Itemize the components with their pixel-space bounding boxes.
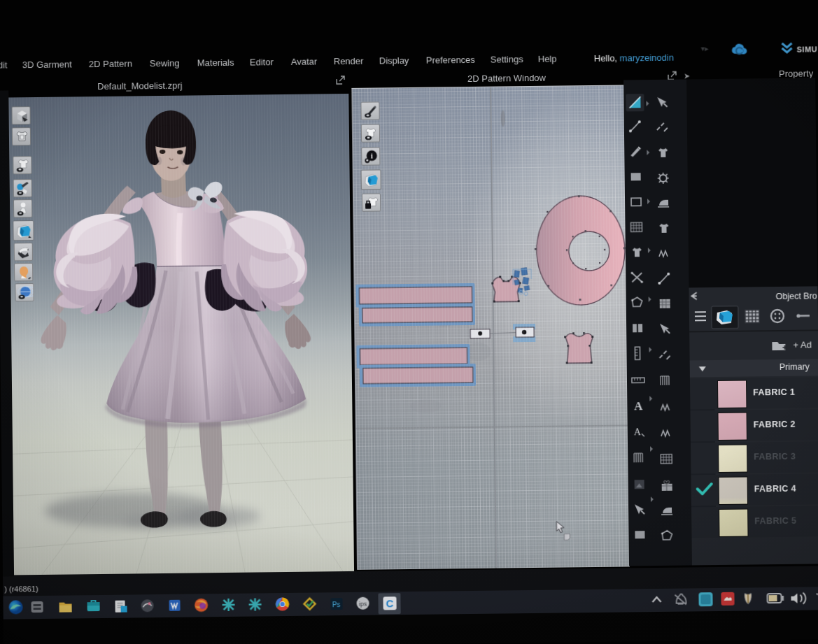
svg-text:C: C bbox=[386, 597, 394, 609]
svg-text:Ps: Ps bbox=[332, 601, 341, 608]
svg-text:ips: ips bbox=[359, 601, 367, 608]
svg-text:i: i bbox=[371, 152, 373, 160]
